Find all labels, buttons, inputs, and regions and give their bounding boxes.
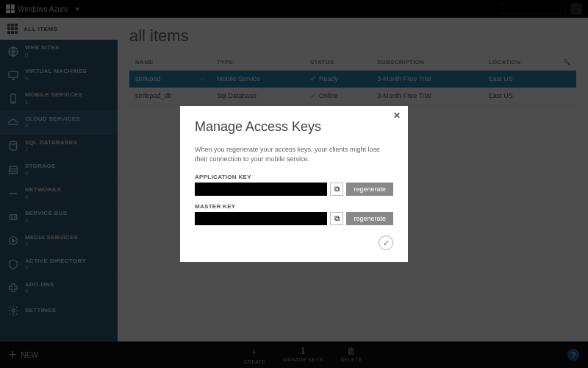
modal-overlay: ✕ Manage Access Keys When you regenerate… [0, 0, 588, 368]
ok-button[interactable]: ✓ [379, 236, 393, 250]
application-key-input[interactable] [195, 183, 327, 196]
copy-master-key-button[interactable]: ⧉ [330, 212, 343, 225]
master-key-label: MASTER KEY [195, 203, 393, 210]
close-icon[interactable]: ✕ [393, 110, 401, 121]
master-key-input[interactable] [195, 212, 327, 225]
copy-icon: ⧉ [334, 185, 340, 194]
application-key-label: APPLICATION KEY [195, 174, 393, 180]
copy-icon: ⧉ [334, 214, 340, 223]
modal-title: Manage Access Keys [195, 119, 393, 135]
regenerate-master-key-button[interactable]: regenerate [346, 212, 393, 225]
copy-application-key-button[interactable]: ⧉ [330, 183, 343, 196]
regenerate-application-key-button[interactable]: regenerate [346, 183, 393, 196]
check-icon: ✓ [383, 238, 390, 248]
modal-description: When you regenerate your access keys, yo… [195, 145, 393, 163]
manage-access-keys-modal: ✕ Manage Access Keys When you regenerate… [180, 106, 408, 262]
